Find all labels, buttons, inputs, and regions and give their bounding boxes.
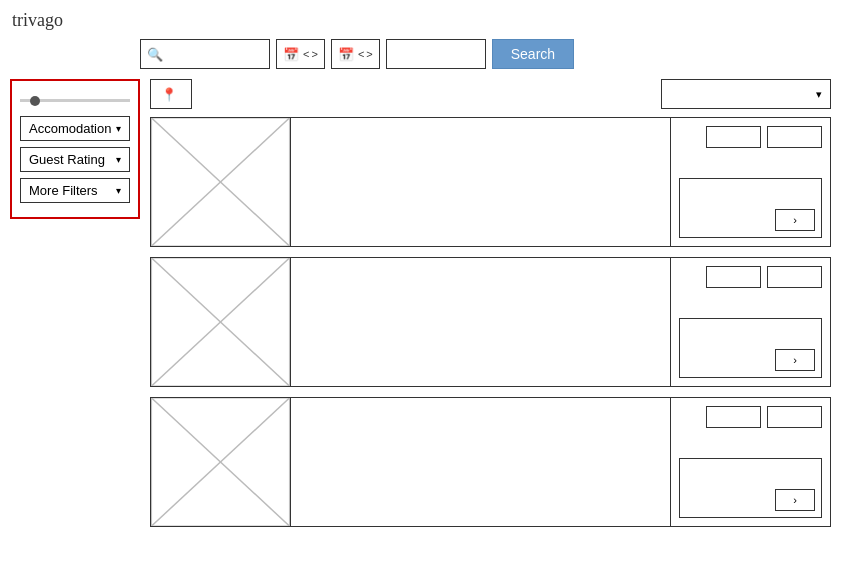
location-button[interactable]: 📍 bbox=[150, 79, 192, 109]
price-slider[interactable] bbox=[20, 89, 130, 106]
deal-box-1: › bbox=[679, 178, 822, 238]
hotel-right-2: › bbox=[670, 258, 830, 386]
hotel-info-3 bbox=[291, 398, 670, 526]
search-bar: 🔍 📅 < > 📅 < > Search bbox=[10, 39, 831, 69]
search-input-wrap[interactable]: 🔍 bbox=[140, 39, 270, 69]
view-deal-btn-2[interactable]: › bbox=[775, 349, 815, 371]
price-tag-1b bbox=[767, 126, 822, 148]
hotel-info-1 bbox=[291, 118, 670, 246]
checkin-next-btn[interactable]: > bbox=[311, 48, 317, 60]
view-deal-btn-1[interactable]: › bbox=[775, 209, 815, 231]
more-filters-label: More Filters bbox=[29, 183, 98, 198]
price-tag-3b bbox=[767, 406, 822, 428]
search-input[interactable] bbox=[167, 47, 263, 62]
hotel-card-3: › bbox=[150, 397, 831, 527]
location-bar: 📍 ▾ bbox=[150, 79, 831, 109]
page-wrapper: trivago 🔍 📅 < > 📅 < > Search bbox=[0, 0, 841, 574]
guest-rating-filter-btn[interactable]: Guest Rating ▾ bbox=[20, 147, 130, 172]
search-button[interactable]: Search bbox=[492, 39, 574, 69]
hotel-card: › bbox=[150, 117, 831, 247]
pin-icon: 📍 bbox=[161, 87, 177, 102]
logo: trivago bbox=[10, 10, 831, 31]
sort-chevron-icon: ▾ bbox=[816, 88, 822, 101]
checkout-next-btn[interactable]: > bbox=[366, 48, 372, 60]
more-filters-chevron-icon: ▾ bbox=[116, 185, 121, 196]
checkout-prev-btn[interactable]: < bbox=[358, 48, 364, 60]
sort-dropdown[interactable]: ▾ bbox=[661, 79, 831, 109]
hotel-image-2 bbox=[151, 258, 291, 386]
search-icon: 🔍 bbox=[147, 47, 163, 62]
price-tag-1a bbox=[706, 126, 761, 148]
deal-box-2: › bbox=[679, 318, 822, 378]
price-tag-2b bbox=[767, 266, 822, 288]
checkout-date-nav[interactable]: < > bbox=[358, 48, 373, 60]
guest-rating-label: Guest Rating bbox=[29, 152, 105, 167]
deal-box-3: › bbox=[679, 458, 822, 518]
guests-input[interactable] bbox=[386, 39, 486, 69]
price-tag-2a bbox=[706, 266, 761, 288]
hotel-info-2 bbox=[291, 258, 670, 386]
checkin-prev-btn[interactable]: < bbox=[303, 48, 309, 60]
accommodation-label: Accomodation bbox=[29, 121, 111, 136]
accommodation-filter-btn[interactable]: Accomodation ▾ bbox=[20, 116, 130, 141]
view-deal-btn-3[interactable]: › bbox=[775, 489, 815, 511]
price-tags-2 bbox=[679, 266, 822, 288]
checkout-calendar-icon: 📅 bbox=[338, 47, 354, 62]
sidebar: Accomodation ▾ Guest Rating ▾ More Filte… bbox=[10, 79, 140, 537]
checkin-date-group[interactable]: 📅 < > bbox=[276, 39, 325, 69]
hotel-right-3: › bbox=[670, 398, 830, 526]
slider-thumb[interactable] bbox=[30, 96, 40, 106]
hotel-image-3 bbox=[151, 398, 291, 526]
guest-rating-chevron-icon: ▾ bbox=[116, 154, 121, 165]
sidebar-filters: Accomodation ▾ Guest Rating ▾ More Filte… bbox=[10, 79, 140, 219]
price-tags-1 bbox=[679, 126, 822, 148]
checkin-calendar-icon: 📅 bbox=[283, 47, 299, 62]
more-filters-btn[interactable]: More Filters ▾ bbox=[20, 178, 130, 203]
hotel-right-1: › bbox=[670, 118, 830, 246]
price-tag-3a bbox=[706, 406, 761, 428]
accommodation-chevron-icon: ▾ bbox=[116, 123, 121, 134]
checkin-date-nav[interactable]: < > bbox=[303, 48, 318, 60]
hotel-card-2: › bbox=[150, 257, 831, 387]
hotel-image-1 bbox=[151, 118, 291, 246]
main-content: Accomodation ▾ Guest Rating ▾ More Filte… bbox=[10, 79, 831, 537]
price-tags-3 bbox=[679, 406, 822, 428]
slider-track bbox=[20, 99, 130, 102]
checkout-date-group[interactable]: 📅 < > bbox=[331, 39, 380, 69]
right-panel: 📍 ▾ bbox=[150, 79, 831, 537]
